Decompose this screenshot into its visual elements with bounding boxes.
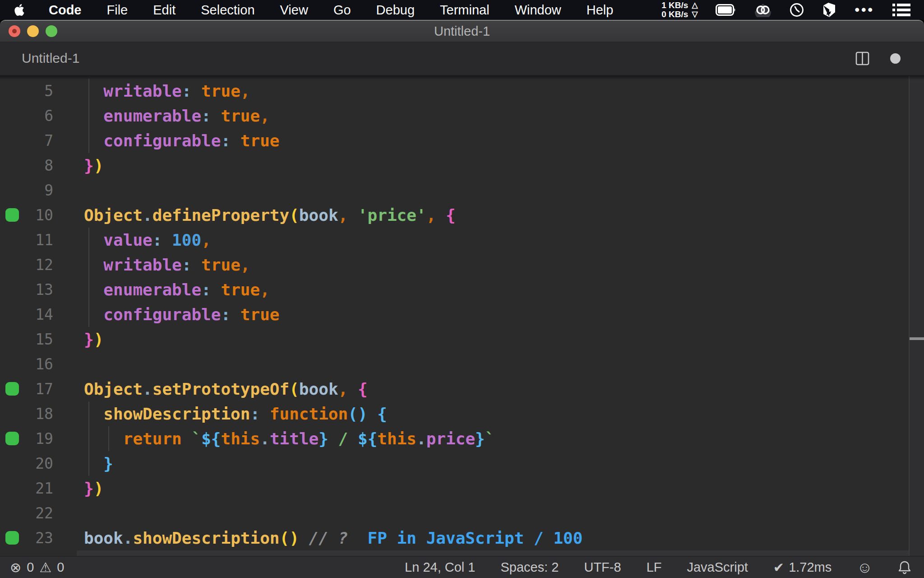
screen: CodeFileEditSelectionViewGoDebugTerminal… [0,0,924,578]
code-text: configurable: true [84,128,280,153]
code-line-20[interactable]: 20 } [0,451,909,476]
code-line-17[interactable]: 17Object.setPrototypeOf(book, { [0,377,909,401]
eol-setting[interactable]: LF [647,560,662,575]
code-line-11[interactable]: 11 value: 100, [0,228,909,252]
window-title: Untitled-1 [0,24,924,39]
code-text: enumerable: true, [84,277,270,302]
split-editor-icon[interactable] [855,51,869,65]
line-number[interactable]: 5 [0,79,53,103]
unsaved-indicator-dot [12,29,17,33]
menu-item-selection[interactable]: Selection [201,3,254,18]
editor[interactable]: 5 writable: true,6 enumerable: true,7 co… [0,76,924,557]
line-number[interactable]: 17 [0,377,53,401]
menu-item-view[interactable]: View [280,3,308,18]
line-number[interactable]: 9 [0,178,53,203]
menu-item-edit[interactable]: Edit [153,3,176,18]
code-text: writable: true, [84,252,250,277]
code-line-6[interactable]: 6 enumerable: true, [0,103,909,128]
code-text: return `${this.title} / ${this.price}` [84,426,494,451]
line-number[interactable]: 6 [0,103,53,128]
menu-item-help[interactable]: Help [587,3,614,18]
quokka-perf[interactable]: ✔ 1.72ms [773,560,832,575]
code-text: showDescription: function() { [84,401,387,426]
overview-ruler-cursor-mark [910,337,924,340]
tab-untitled-1[interactable]: Untitled-1 [22,51,79,66]
code-line-13[interactable]: 13 enumerable: true, [0,277,909,302]
warning-count: 0 [57,560,64,575]
ellipsis-icon[interactable]: ••• [855,0,874,20]
line-number[interactable]: 7 [0,128,53,153]
code-text: Object.setPrototypeOf(book, { [84,377,368,401]
line-number[interactable]: 21 [0,476,53,501]
menu-item-terminal[interactable]: Terminal [440,3,490,18]
unsaved-changes-dot[interactable] [890,53,901,64]
code-text: }) [84,153,103,178]
line-number[interactable]: 22 [0,501,53,526]
box-app-icon[interactable] [822,2,836,18]
status-bar: ⊗ 0 ⚠ 0 Ln 24, Col 1 Spaces: 2 UTF-8 LF … [0,556,924,578]
menu-item-app[interactable]: Code [49,3,82,18]
line-number[interactable]: 19 [0,426,53,451]
menu-item-window[interactable]: Window [515,3,561,18]
line-number[interactable]: 8 [0,153,53,178]
indentation-setting[interactable]: Spaces: 2 [500,560,559,575]
line-number[interactable]: 15 [0,327,53,352]
menu-item-file[interactable]: File [107,3,128,18]
code-line-18[interactable]: 18 showDescription: function() { [0,401,909,426]
network-up-label: 1 KB/s [661,1,688,10]
overview-ruler[interactable] [909,76,924,557]
line-number[interactable]: 14 [0,302,53,327]
menu-items: CodeFileEditSelectionViewGoDebugTerminal… [49,3,613,18]
line-number[interactable]: 11 [0,228,53,252]
line-number[interactable]: 20 [0,451,53,476]
menu-item-go[interactable]: Go [333,3,351,18]
macos-menu-bar: CodeFileEditSelectionViewGoDebugTerminal… [0,0,924,20]
code-line-21[interactable]: 21}) [0,476,909,501]
line-number[interactable]: 16 [0,352,53,377]
line-number[interactable]: 10 [0,203,53,228]
list-menu-icon[interactable] [892,3,910,17]
apple-menu-icon[interactable] [14,3,25,17]
code-line-9[interactable]: 9 [0,178,909,203]
traffic-lights [9,25,57,37]
code-line-8[interactable]: 8}) [0,153,909,178]
battery-icon[interactable] [716,4,736,16]
code-text: value: 100, [84,228,211,252]
code-line-10[interactable]: 10Object.defineProperty(book, 'price', { [0,203,909,228]
warning-triangle-icon: ⚠ [39,559,51,575]
code-text: Object.defineProperty(book, 'price', { [84,203,456,228]
code-text: writable: true, [84,79,250,103]
minimize-button[interactable] [27,25,39,37]
code-text: book.showDescription() // ? FP in JavaSc… [84,526,582,550]
clock-icon[interactable] [790,3,804,17]
editor-tab-bar: Untitled-1 [0,42,924,76]
menu-item-debug[interactable]: Debug [376,3,415,18]
encoding-setting[interactable]: UTF-8 [584,560,621,575]
code-text: } [84,451,113,476]
code-line-23[interactable]: 23book.showDescription() // ? FP in Java… [0,526,909,550]
code-line-22[interactable]: 22 [0,501,909,526]
notifications-bell-icon[interactable] [898,560,911,575]
code-text: enumerable: true, [84,103,270,128]
line-number[interactable]: 18 [0,401,53,426]
code-line-14[interactable]: 14 configurable: true [0,302,909,327]
code-line-7[interactable]: 7 configurable: true [0,128,909,153]
line-number[interactable]: 12 [0,252,53,277]
feedback-smiley-icon[interactable]: ☺ [857,559,873,576]
cursor-position[interactable]: Ln 24, Col 1 [405,560,475,575]
linked-rings-icon[interactable] [754,3,772,17]
window-title-bar[interactable]: Untitled-1 [0,21,924,42]
line-number[interactable]: 13 [0,277,53,302]
zoom-button[interactable] [46,25,57,37]
close-button[interactable] [9,25,20,37]
code-line-15[interactable]: 15}) [0,327,909,352]
code-line-16[interactable]: 16 [0,352,909,377]
problems-indicator[interactable]: ⊗ 0 ⚠ 0 [10,559,64,575]
code-line-5[interactable]: 5 writable: true, [0,79,909,103]
code-line-19[interactable]: 19 return `${this.title} / ${this.price}… [0,426,909,451]
network-speed-indicator[interactable]: 1 KB/s△ 0 KB/s▽ [661,1,698,19]
perf-value: 1.72ms [789,560,832,575]
line-number[interactable]: 23 [0,526,53,550]
language-mode[interactable]: JavaScript [687,560,748,575]
code-line-12[interactable]: 12 writable: true, [0,252,909,277]
